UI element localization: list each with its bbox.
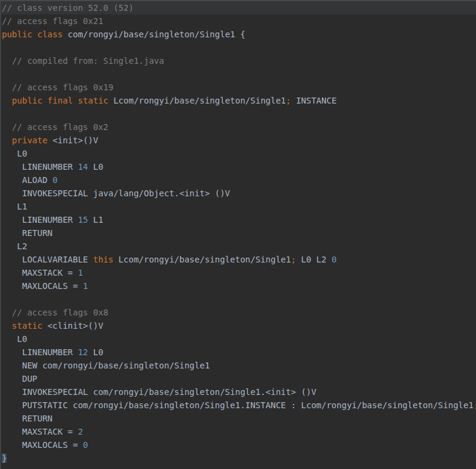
code-token: L2 — [2, 241, 27, 251]
code-line[interactable]: static <clinit>()V — [0, 319, 476, 332]
code-line[interactable]: ALOAD 0 — [0, 173, 476, 187]
code-token: 1 — [78, 268, 82, 278]
code-token: L0 — [2, 334, 27, 344]
code-token: LOCALVARIABLE — [2, 255, 93, 264]
code-token: INSTANCE — [291, 96, 336, 105]
code-line[interactable]: L0 — [0, 147, 476, 160]
code-token: // class version 52.0 (52) — [2, 3, 134, 13]
editor-gutter-divider — [0, 0, 1, 469]
code-line[interactable]: // access flags 0x8 — [0, 306, 476, 319]
code-line[interactable] — [0, 67, 476, 81]
code-token — [2, 96, 12, 105]
code-token: L0 — [88, 347, 103, 357]
code-token: ALOAD — [2, 175, 52, 185]
code-token: } — [2, 453, 7, 463]
code-token: 0 — [332, 255, 336, 264]
code-token: MAXLOCALS = — [2, 440, 83, 450]
code-line[interactable]: MAXLOCALS = 0 — [0, 438, 476, 452]
code-line[interactable]: RETURN — [0, 412, 476, 425]
code-token: // access flags 0x2 — [2, 122, 108, 132]
code-token: L1 — [2, 202, 27, 211]
code-line[interactable]: MAXSTACK = 1 — [0, 266, 476, 279]
code-token: L0 L2 — [296, 255, 332, 264]
code-token: 12 — [78, 347, 88, 357]
code-token: public final static — [12, 96, 108, 105]
code-line[interactable]: NEW com/rongyi/base/singleton/Single1 — [0, 359, 476, 372]
code-line[interactable]: LOCALVARIABLE this Lcom/rongyi/base/sing… — [0, 253, 476, 266]
code-token — [2, 321, 12, 331]
code-token: static — [12, 321, 43, 331]
code-token: Lcom/rongyi/base/singleton/Single1 — [113, 255, 291, 264]
code-token: private — [12, 135, 48, 145]
code-token: INVOKESPECIAL java/lang/Object.<init> ()… — [2, 188, 230, 198]
code-token: RETURN — [2, 228, 52, 238]
code-token: // access flags 0x19 — [2, 82, 113, 92]
code-token: <init>()V — [48, 135, 98, 145]
code-line[interactable]: LINENUMBER 12 L0 — [0, 346, 476, 359]
code-line[interactable]: PUTSTATIC com/rongyi/base/singleton/Sing… — [0, 399, 476, 412]
code-token: <clinit>()V — [42, 321, 103, 331]
code-line[interactable]: public class com/rongyi/base/singleton/S… — [0, 28, 476, 41]
code-token: PUTSTATIC com/rongyi/base/singleton/Sing… — [2, 400, 474, 410]
code-token: DUP — [2, 374, 37, 384]
code-line[interactable]: // class version 52.0 (52) — [0, 1, 476, 14]
code-token: public class — [2, 30, 63, 39]
code-line[interactable]: DUP — [0, 372, 476, 385]
code-line[interactable] — [0, 107, 476, 120]
code-token: 0 — [52, 175, 57, 185]
code-token: com/rongyi/base/singleton/Single1 { — [63, 30, 245, 39]
code-token: L0 — [2, 149, 27, 158]
code-line[interactable]: L1 — [0, 200, 476, 213]
code-line[interactable]: } — [0, 452, 476, 465]
code-token: RETURN — [2, 414, 52, 423]
code-token: INVOKESPECIAL com/rongyi/base/singleton/… — [2, 387, 317, 397]
code-token: L1 — [88, 215, 103, 225]
code-line[interactable]: MAXSTACK = 2 — [0, 425, 476, 438]
code-token: 14 — [78, 162, 88, 172]
code-token: Lcom/rongyi/base/singleton/Single1 — [108, 96, 286, 105]
code-line[interactable]: private <init>()V — [0, 134, 476, 147]
code-line[interactable]: // compiled from: Single1.java — [0, 54, 476, 67]
code-token: LINENUMBER — [2, 347, 78, 357]
code-token: LINENUMBER — [2, 215, 78, 225]
code-token: // access flags 0x8 — [2, 308, 108, 317]
code-token: 2 — [78, 427, 82, 436]
code-token: 0 — [83, 440, 88, 450]
code-line[interactable]: INVOKESPECIAL java/lang/Object.<init> ()… — [0, 187, 476, 200]
code-token: this — [93, 255, 114, 264]
code-token: L0 — [88, 162, 103, 172]
code-line[interactable]: MAXLOCALS = 1 — [0, 279, 476, 293]
code-line[interactable]: L2 — [0, 240, 476, 253]
code-editor-area[interactable]: // class version 52.0 (52)// access flag… — [0, 1, 476, 469]
code-token: NEW com/rongyi/base/singleton/Single1 — [2, 361, 210, 370]
code-line[interactable] — [0, 41, 476, 54]
code-token: MAXSTACK = — [2, 268, 78, 278]
code-token: ; — [291, 255, 295, 264]
code-token — [2, 135, 12, 145]
editor-top-border — [0, 0, 476, 1]
code-token: LINENUMBER — [2, 162, 78, 172]
code-line[interactable]: // access flags 0x2 — [0, 120, 476, 134]
code-token: // access flags 0x21 — [2, 16, 104, 26]
code-token: 1 — [83, 281, 88, 291]
code-line[interactable]: // access flags 0x19 — [0, 81, 476, 94]
code-line[interactable]: INVOKESPECIAL com/rongyi/base/singleton/… — [0, 385, 476, 399]
code-line[interactable] — [0, 293, 476, 306]
code-line[interactable]: RETURN — [0, 226, 476, 240]
code-token: // compiled from: Single1.java — [2, 56, 164, 66]
code-line[interactable]: LINENUMBER 15 L1 — [0, 213, 476, 226]
code-line[interactable]: public final static Lcom/rongyi/base/sin… — [0, 94, 476, 107]
code-token: ; — [474, 400, 476, 410]
code-token: MAXLOCALS = — [2, 281, 83, 291]
code-line[interactable]: L0 — [0, 332, 476, 346]
code-token: 15 — [78, 215, 88, 225]
code-token: MAXSTACK = — [2, 427, 78, 436]
code-line[interactable]: LINENUMBER 14 L0 — [0, 160, 476, 173]
code-line[interactable]: // access flags 0x21 — [0, 14, 476, 28]
bytecode-viewer: // class version 52.0 (52)// access flag… — [0, 0, 476, 469]
